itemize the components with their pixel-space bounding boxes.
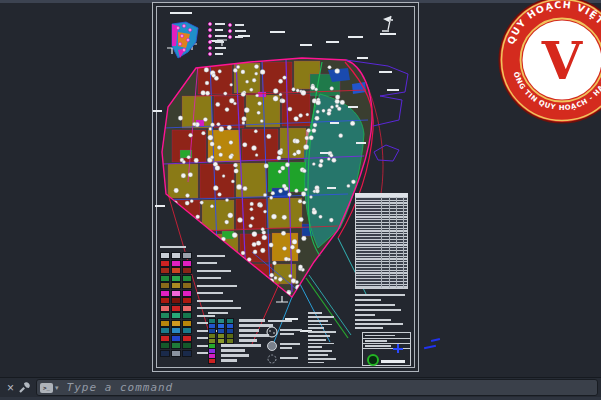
stamp-monogram: V — [541, 30, 584, 91]
text-line — [355, 294, 405, 296]
text-line — [280, 333, 294, 335]
secondary-legend — [208, 318, 273, 363]
quy-hoach-viet-vn-stamp: V QUY HOẠCH VIỆT VN THÔNG TIN QUY HOẠCH … — [492, 0, 601, 130]
wrench-icon[interactable] — [18, 381, 31, 394]
text-line — [280, 343, 300, 345]
text-line — [355, 309, 401, 311]
text-line — [355, 327, 383, 329]
text-line — [160, 246, 186, 248]
title-bar — [381, 360, 405, 363]
title-block-divider — [363, 338, 410, 339]
command-input[interactable]: >_ ▾ Type a command — [36, 379, 598, 396]
text-line — [308, 354, 328, 356]
text-line — [308, 346, 322, 348]
text-line — [308, 312, 322, 314]
legend-row — [160, 267, 241, 275]
legend-row — [160, 282, 241, 290]
text-line — [355, 304, 395, 306]
legend-row — [160, 252, 241, 260]
text-line — [308, 335, 330, 337]
text-line — [280, 347, 292, 349]
text-line — [280, 329, 302, 331]
legend-row — [160, 305, 241, 313]
inset-legend — [209, 23, 247, 56]
drawing-sheet[interactable] — [152, 2, 419, 372]
annotation-arrow — [431, 338, 440, 342]
close-icon[interactable]: × — [7, 382, 14, 394]
land-use-statistics-table — [355, 193, 408, 289]
north-arrow-icon — [380, 16, 396, 34]
text-line — [355, 299, 381, 301]
text-line — [208, 312, 228, 314]
company-logo-icon — [367, 354, 379, 366]
table-header — [355, 193, 408, 197]
text-line — [308, 358, 336, 360]
text-line — [308, 339, 326, 341]
legend-row — [160, 260, 241, 268]
location-inset-map — [172, 22, 198, 58]
text-line — [308, 362, 324, 364]
text-line — [355, 323, 403, 325]
legend-row — [160, 290, 241, 298]
command-placeholder: Type a command — [67, 381, 174, 394]
legend-row — [160, 297, 241, 305]
text-line — [308, 343, 334, 345]
command-bar: × >_ ▾ Type a command — [0, 377, 601, 397]
text-line — [308, 350, 332, 352]
text-line — [280, 357, 298, 359]
text-line — [308, 324, 332, 326]
text-line — [308, 327, 324, 329]
text-line — [268, 320, 292, 322]
legend-row — [208, 358, 273, 363]
text-line — [308, 320, 328, 322]
text-line — [355, 319, 391, 321]
legend-row — [160, 275, 241, 283]
annotation-arrow — [424, 345, 436, 349]
command-prompt-icon[interactable]: >_ — [40, 383, 53, 393]
text-line — [308, 316, 334, 318]
title-block — [362, 332, 411, 366]
app-window: V QUY HOẠCH VIỆT VN THÔNG TIN QUY HOẠCH … — [0, 0, 601, 400]
text-line — [308, 331, 336, 333]
chevron-down-icon[interactable]: ▾ — [55, 384, 59, 392]
text-line — [355, 314, 375, 316]
title-block-divider — [363, 343, 410, 344]
